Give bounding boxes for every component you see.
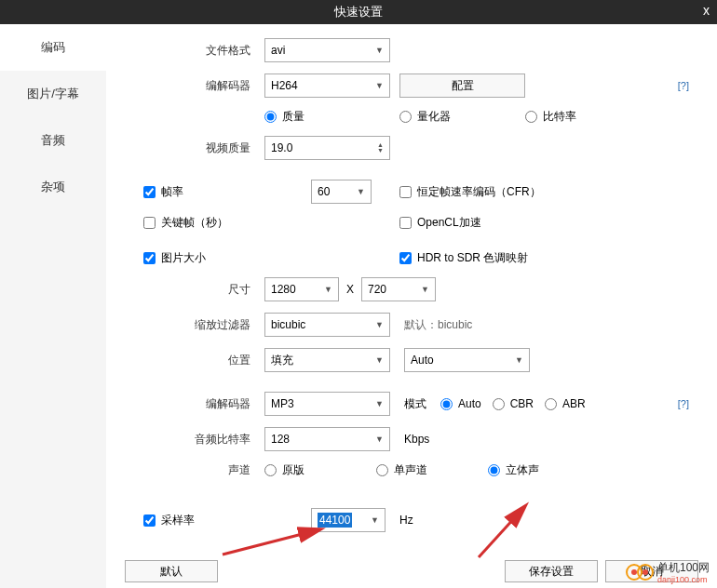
radio-original[interactable]: 原版	[264, 462, 376, 478]
checkbox-framerate[interactable]: 帧率	[125, 184, 311, 200]
codec-combo[interactable]: H264 ▼	[264, 74, 390, 98]
chevron-down-icon: ▼	[371, 515, 379, 525]
checkbox-image-size[interactable]: 图片大小	[125, 250, 399, 266]
chevron-down-icon: ▼	[377, 148, 384, 154]
chevron-down-icon: ▼	[324, 285, 332, 294]
size-label: 尺寸	[125, 282, 264, 298]
chevron-down-icon: ▼	[375, 320, 384, 329]
height-combo[interactable]: 720 ▼	[361, 277, 436, 301]
close-icon[interactable]: x	[703, 3, 710, 18]
file-format-label: 文件格式	[125, 43, 264, 59]
svg-line-1	[223, 529, 320, 555]
position-label: 位置	[125, 353, 264, 368]
samplerate-combo[interactable]: 44100 ▼	[311, 508, 386, 532]
radio-cbr[interactable]: CBR	[493, 397, 534, 410]
chevron-down-icon: ▼	[375, 81, 384, 90]
save-button[interactable]: 保存设置	[505, 560, 598, 582]
window-title: 快速设置	[334, 4, 383, 20]
audio-codec-label: 编解码器	[125, 396, 264, 412]
radio-stereo[interactable]: 立体声	[488, 462, 539, 478]
radio-auto[interactable]: Auto	[440, 397, 481, 410]
mode-label: 模式	[404, 396, 426, 412]
sidebar: 编码 图片/字幕 音频 杂项	[0, 24, 106, 588]
chevron-down-icon: ▼	[375, 399, 384, 408]
audio-help[interactable]: [?]	[678, 398, 689, 409]
radio-mono[interactable]: 单声道	[376, 462, 488, 478]
chevron-down-icon: ▼	[375, 434, 384, 444]
video-quality-label: 视频质量	[125, 140, 264, 156]
audio-bitrate-label: 音频比特率	[125, 432, 264, 448]
titlebar: 快速设置 x	[0, 0, 717, 24]
codec-label: 编解码器	[125, 78, 264, 94]
scale-filter-label: 缩放过滤器	[125, 317, 264, 333]
tab-audio[interactable]: 音频	[0, 117, 106, 164]
chevron-down-icon: ▼	[375, 355, 384, 365]
checkbox-cfr[interactable]: 恒定帧速率编码（CFR）	[399, 184, 541, 200]
default-button[interactable]: 默认	[125, 560, 218, 582]
checkbox-keyframe[interactable]: 关键帧（秒）	[125, 215, 399, 231]
radio-abr[interactable]: ABR	[545, 397, 586, 410]
chevron-down-icon: ▼	[357, 187, 365, 196]
framerate-combo[interactable]: 60 ▼	[311, 180, 372, 204]
config-button[interactable]: 配置	[399, 74, 525, 98]
position-combo[interactable]: 填充 ▼	[264, 348, 390, 372]
file-format-combo[interactable]: avi ▼	[264, 38, 390, 62]
logo-icon	[637, 564, 654, 581]
video-quality-spinner[interactable]: 19.0 ▲▼	[264, 136, 390, 160]
scale-filter-combo[interactable]: bicubic ▼	[264, 313, 390, 337]
codec-help[interactable]: [?]	[678, 80, 689, 91]
scale-filter-default: 默认：bicubic	[404, 317, 472, 333]
radio-quantizer[interactable]: 量化器	[399, 109, 525, 125]
checkbox-opencl[interactable]: OpenCL加速	[399, 215, 481, 231]
checkbox-samplerate[interactable]: 采样率	[125, 513, 311, 528]
chevron-down-icon: ▼	[375, 46, 384, 55]
audio-bitrate-combo[interactable]: 128 ▼	[264, 427, 390, 451]
chevron-down-icon: ▼	[515, 355, 523, 365]
hz-label: Hz	[399, 514, 413, 527]
radio-quality[interactable]: 质量	[264, 109, 390, 125]
checkbox-hdr[interactable]: HDR to SDR 色调映射	[399, 250, 528, 266]
tab-subtitle[interactable]: 图片/字幕	[0, 71, 106, 117]
chevron-down-icon: ▼	[421, 285, 429, 294]
channel-label: 声道	[125, 462, 264, 478]
kbps-label: Kbps	[404, 433, 429, 446]
position-auto-combo[interactable]: Auto ▼	[404, 348, 530, 372]
tab-encode[interactable]: 编码	[0, 24, 106, 71]
width-combo[interactable]: 1280 ▼	[264, 277, 339, 301]
tab-misc[interactable]: 杂项	[0, 164, 106, 210]
watermark: 单机100网 danji100.com	[626, 560, 710, 584]
audio-codec-combo[interactable]: MP3 ▼	[264, 392, 390, 416]
radio-bitrate[interactable]: 比特率	[525, 109, 576, 125]
